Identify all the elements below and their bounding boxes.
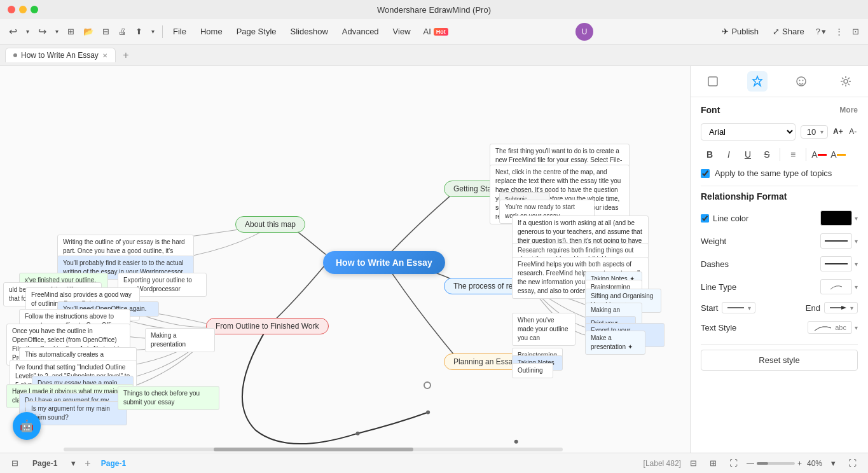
share-button[interactable]: ⤢ Share — [766, 24, 811, 39]
toolbar-undo[interactable]: ↩ — [5, 23, 21, 40]
format-row: B I U S ≡ A A — [701, 146, 858, 163]
statusbar-right: [Label 482] ⊟ ⊞ ⛶ — + 40% ▾ ⛶ — [644, 456, 860, 470]
menu-page-style[interactable]: Page Style — [230, 24, 283, 39]
menu-home[interactable]: Home — [194, 24, 229, 39]
panel-tab-format[interactable] — [703, 71, 723, 92]
font-selector[interactable]: Arial Helvetica Times New Roman — [701, 123, 796, 141]
toolbar-redo-dropdown[interactable]: ▾ — [52, 25, 62, 38]
line-type-preview[interactable] — [820, 279, 852, 294]
panel-tab-emoji[interactable] — [791, 71, 811, 92]
text-block-making-pres[interactable]: Making a presentation — [145, 328, 215, 352]
toolbar-export[interactable]: ⬆ — [132, 24, 146, 39]
font-more-link[interactable]: More — [839, 106, 858, 114]
zoom-level-value[interactable]: 40% — [807, 459, 822, 468]
page-tab-active[interactable]: Page-1 — [96, 458, 131, 469]
menu-view[interactable]: View — [387, 24, 417, 39]
toolbar-redo[interactable]: ↪ — [34, 23, 50, 40]
branch-about[interactable]: About this map — [235, 216, 305, 233]
toolbar-undo-dropdown[interactable]: ▾ — [22, 25, 33, 38]
branch-outline[interactable]: From Outline to Finished Work — [206, 318, 329, 334]
text-style-dropdown[interactable]: ▾ — [855, 324, 858, 331]
font-color-button[interactable]: A — [810, 146, 828, 163]
line-color-swatch[interactable] — [820, 210, 852, 226]
text-block-things-to-check[interactable]: Things to check before you submit your e… — [118, 386, 219, 410]
toolbar-export-dropdown[interactable]: ▾ — [148, 25, 158, 38]
weight-dropdown[interactable]: ▾ — [855, 238, 858, 245]
menu-slideshow[interactable]: Slideshow — [284, 24, 334, 39]
line-color-checkbox[interactable] — [701, 214, 709, 223]
underline-button[interactable]: U — [739, 146, 757, 163]
font-size-control: 10 ▾ — [801, 125, 828, 139]
view-mode-btn[interactable]: ⊞ — [706, 456, 720, 470]
menu-advanced[interactable]: Advanced — [336, 24, 385, 39]
ai-assistant-button[interactable]: 🤖 — [13, 412, 41, 440]
divider2 — [701, 344, 858, 345]
connector-handle[interactable] — [424, 381, 431, 389]
help-dropdown: ▾ — [822, 27, 826, 36]
line-color-dropdown[interactable]: ▾ — [855, 215, 858, 222]
text-block-when-youve-made[interactable]: When you've made your outline you can — [512, 313, 575, 346]
start-dropdown[interactable]: ▾ — [748, 305, 751, 312]
window-controls[interactable] — [8, 6, 38, 13]
sidebar-toggle-btn[interactable]: ⊟ — [8, 456, 22, 470]
help-button[interactable]: ? ▾ — [812, 24, 830, 39]
user-avatar[interactable]: U — [575, 23, 593, 41]
page-tab-inactive[interactable]: Page-1 — [27, 458, 62, 469]
align-button[interactable]: ≡ — [784, 146, 802, 163]
zoom-plus-icon[interactable]: + — [797, 459, 802, 468]
toolbar-new-tab[interactable]: ⊞ — [64, 24, 78, 39]
panel-tab-settings[interactable] — [836, 71, 856, 92]
zoom-control[interactable]: — + — [747, 459, 802, 468]
canvas-scrollbar[interactable] — [64, 448, 563, 451]
line-type-dropdown[interactable]: ▾ — [855, 284, 858, 291]
text-block-outlining[interactable]: Outlining — [512, 363, 553, 378]
font-size-decrease-btn[interactable]: A- — [848, 123, 858, 141]
dashes-preview[interactable] — [820, 256, 852, 271]
zoom-minus-icon[interactable]: — — [747, 459, 754, 468]
toolbar-display[interactable]: ⊟ — [99, 24, 113, 39]
apply-same-type-checkbox[interactable] — [701, 169, 710, 178]
fit-view-btn[interactable]: ⊟ — [686, 456, 701, 470]
zoom-slider[interactable] — [757, 462, 795, 465]
italic-button[interactable]: I — [720, 146, 738, 163]
svg-point-1 — [426, 410, 430, 414]
menu-ai[interactable]: AI Hot — [418, 25, 453, 38]
tab-add-button[interactable]: + — [118, 48, 134, 63]
font-highlight-button[interactable]: A — [829, 146, 847, 163]
toolbar-print[interactable]: 🖨 — [114, 24, 130, 39]
end-control[interactable]: ▾ — [824, 302, 858, 313]
start-control[interactable]: ▾ — [722, 302, 755, 313]
fullscreen-btn[interactable]: ⛶ — [726, 456, 741, 470]
panel-tab-style[interactable] — [747, 71, 768, 92]
line-color-control[interactable]: ▾ — [820, 210, 858, 226]
central-node[interactable]: How to Write An Essay — [323, 251, 445, 274]
minimize-button[interactable] — [19, 6, 27, 13]
text-block-argument-sound[interactable]: Is my argument for my main claim sound? — [25, 401, 127, 425]
tab-close-icon[interactable]: ✕ — [102, 52, 107, 59]
font-size-increase-btn[interactable]: A+ — [833, 123, 843, 141]
tab-essay[interactable]: How to Write An Essay ✕ — [5, 48, 116, 62]
expand-view-btn[interactable]: ⛶ — [844, 456, 860, 470]
canvas-area[interactable]: How to Write An Essay About this map Get… — [0, 66, 690, 453]
more-button[interactable]: ⋮ — [831, 24, 847, 39]
end-dropdown[interactable]: ▾ — [850, 305, 853, 312]
start-end-row: Start ▾ End ▾ — [701, 302, 858, 313]
strikethrough-button[interactable]: S — [758, 146, 776, 163]
add-page-btn[interactable]: + — [85, 458, 90, 469]
publish-button[interactable]: ✈ Publish — [715, 24, 765, 39]
dashes-dropdown[interactable]: ▾ — [855, 261, 858, 268]
text-block-make-presentation[interactable]: Make a presentation ✦ — [585, 331, 645, 355]
weight-preview[interactable] — [820, 233, 852, 249]
text-style-preview[interactable]: abc — [808, 321, 852, 334]
reset-style-button[interactable]: Reset style — [701, 350, 858, 371]
canvas-scrollbar-thumb[interactable] — [214, 448, 413, 451]
expand-button[interactable]: ⊡ — [848, 24, 863, 39]
dashes-row: Dashes ▾ — [701, 256, 858, 271]
toolbar-open[interactable]: 📂 — [79, 24, 97, 39]
close-button[interactable] — [8, 6, 15, 13]
maximize-button[interactable] — [31, 6, 38, 13]
menu-file[interactable]: File — [167, 24, 193, 39]
page-tab-arrow[interactable]: ▾ — [67, 456, 79, 470]
zoom-dropdown[interactable]: ▾ — [827, 456, 839, 470]
bold-button[interactable]: B — [701, 146, 719, 163]
